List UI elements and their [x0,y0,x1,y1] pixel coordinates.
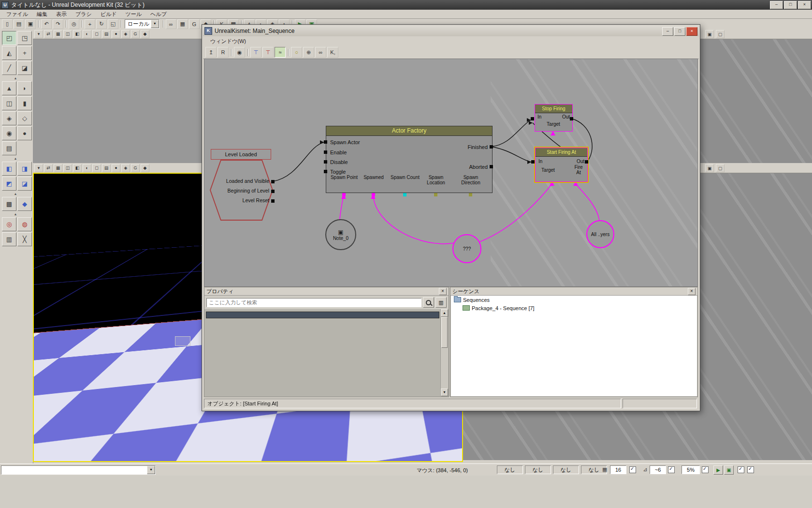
menu-file[interactable]: ファイル [2,10,32,18]
game-view-icon[interactable]: ● [112,164,120,172]
selected-object-bar[interactable] [206,312,439,318]
sphere-brush-icon[interactable]: ● [17,126,32,140]
show-flags-icon[interactable]: ▤ [102,164,111,172]
add-volume-icon[interactable]: ◆ [17,197,32,211]
csg-deintersect-icon[interactable]: ◪ [17,177,32,191]
texture-align-icon[interactable]: + [17,46,32,60]
angle-snap-field[interactable]: ~6 [650,465,666,474]
cylinder-brush-icon[interactable]: ▮ [17,96,32,110]
invert-selection-icon[interactable]: ▥ [2,232,16,246]
variable-connector[interactable] [469,193,472,196]
properties-scrollbar[interactable]: ▲ ▼ [440,309,448,396]
game-view-icon[interactable]: ● [112,30,120,38]
variable-connector[interactable] [434,193,437,196]
undo-icon[interactable]: ↶ [41,19,52,29]
kismet-k-icon[interactable]: K, [327,47,338,58]
maximize-button[interactable]: □ [784,1,797,9]
grid-icon[interactable]: ▦ [54,30,62,38]
variable-connector[interactable] [372,193,375,196]
new-file-icon[interactable]: ▯ [2,19,13,29]
input-connector[interactable] [324,170,327,173]
viewport-options-icon[interactable]: ▾ [34,164,43,172]
debug-lightbulb-icon[interactable]: ○ [291,47,302,58]
parent-sequence-icon[interactable]: ↥ [205,47,217,58]
coordinate-space-combobox[interactable]: ローカル▾ [125,19,160,29]
binoculars-icon[interactable]: ∞ [166,19,176,29]
properties-search-input[interactable] [206,298,421,307]
redo-icon[interactable]: ↷ [53,19,63,29]
column-options-icon[interactable]: ▥ [435,297,447,308]
scale-widget-icon[interactable]: ◱ [108,19,118,29]
hide-selected-icon[interactable]: ◍ [17,217,32,231]
link-icon[interactable]: ∞ [315,47,326,58]
maximize-viewport-icon[interactable]: ▣ [705,164,714,172]
restore-viewport-icon[interactable]: ▢ [716,30,725,38]
grid-snap-checkbox[interactable] [629,466,636,473]
sheet-brush-icon[interactable]: ◇ [17,111,32,125]
generic-browser-icon[interactable]: G [131,30,140,38]
close-icon[interactable]: × [439,288,447,295]
output-connector[interactable] [271,190,275,193]
linear-stair-brush-icon[interactable]: ◫ [2,96,16,110]
search-icon[interactable] [423,297,434,308]
kismet-menu-window[interactable]: ウィンドウ(W) [206,37,250,45]
close-button[interactable]: × [798,1,811,9]
curved-connections-icon[interactable]: ≈ [275,47,286,58]
menu-build[interactable]: ビルド [96,10,121,18]
console-command-combobox[interactable]: ▾ [1,465,156,475]
autosave-icon[interactable]: ▶ [713,465,723,475]
rotate-widget-icon[interactable]: ↻ [96,19,107,29]
teardrop-brush-icon[interactable]: ◗ [17,81,32,95]
camera-mode-icon[interactable]: ◰ [2,31,16,45]
close-icon[interactable]: × [688,288,696,295]
csg-subtract-icon[interactable]: ◨ [17,162,32,176]
unlit-mode-icon[interactable]: ◧ [73,30,82,38]
option-checkbox[interactable] [738,466,744,473]
input-connector[interactable] [531,160,535,164]
output-connector[interactable] [271,199,275,203]
lit-mode-icon[interactable]: ◐ [83,30,91,38]
restore-viewport-icon[interactable]: ▢ [716,164,725,172]
input-connector[interactable] [531,117,534,120]
wireframe-mode-icon[interactable]: ◻ [92,30,101,38]
csg-intersect-icon[interactable]: ◩ [2,177,16,191]
generic-browser-icon[interactable]: G [131,164,140,172]
spiral-stair-brush-icon[interactable]: ◉ [2,126,16,140]
perspective-icon[interactable]: ◈ [121,164,130,172]
menu-tools[interactable]: ツール [121,10,146,18]
scale-snap-checkbox[interactable] [702,466,709,473]
menu-edit[interactable]: 編集 [32,10,52,18]
minimize-button[interactable]: – [770,1,783,9]
curved-stair-brush-icon[interactable]: ◈ [2,111,16,125]
output-connector[interactable] [490,145,493,149]
lock-viewport-icon[interactable]: ◆ [141,164,149,172]
chevron-down-icon[interactable]: ▾ [147,466,155,474]
special-brush-icon[interactable]: ▩ [2,197,16,211]
search-actors-icon[interactable]: ◎ [69,19,79,29]
zoom-selected-icon[interactable]: ⊤ [262,47,274,58]
output-connector[interactable] [585,160,588,164]
option-checkbox[interactable] [747,466,754,473]
node-all-players[interactable]: All ..yers [586,220,614,248]
camera-pan-icon[interactable]: ⇄ [44,30,53,38]
chevron-down-icon[interactable]: ▾ [151,20,159,28]
kismet-minimize-button[interactable]: – [662,27,673,36]
geometry-mode-icon[interactable]: ◳ [17,31,32,45]
generic-browser-icon[interactable]: G [189,19,200,29]
grid-icon[interactable]: ▦ [54,164,62,172]
cone-brush-icon[interactable]: ▲ [2,81,16,95]
save-all-icon[interactable]: ▣ [25,19,36,29]
node-unknown-variable[interactable]: ??? [452,234,481,263]
camera-pan-icon[interactable]: ⇄ [44,164,53,172]
wireframe-mode-icon[interactable]: ◻ [92,164,101,172]
menu-brush[interactable]: ブラシ [71,10,96,18]
menu-help[interactable]: ヘルプ [146,10,171,18]
scrollbar-thumb[interactable] [441,317,448,348]
node-stop-firing[interactable]: Stop Firing In Out Target [535,104,573,132]
input-connector[interactable] [324,150,327,154]
node-actor-factory[interactable]: Actor Factory Spawn Actor Enable Disable… [326,126,493,193]
card-brush-icon[interactable]: ▤ [2,141,16,155]
tree-item-package[interactable]: Package_4 - Sequence [7] [451,304,697,312]
zoom-fit-icon[interactable]: ⊤ [250,47,261,58]
snap-grid-icon[interactable]: ▦ [177,19,188,29]
